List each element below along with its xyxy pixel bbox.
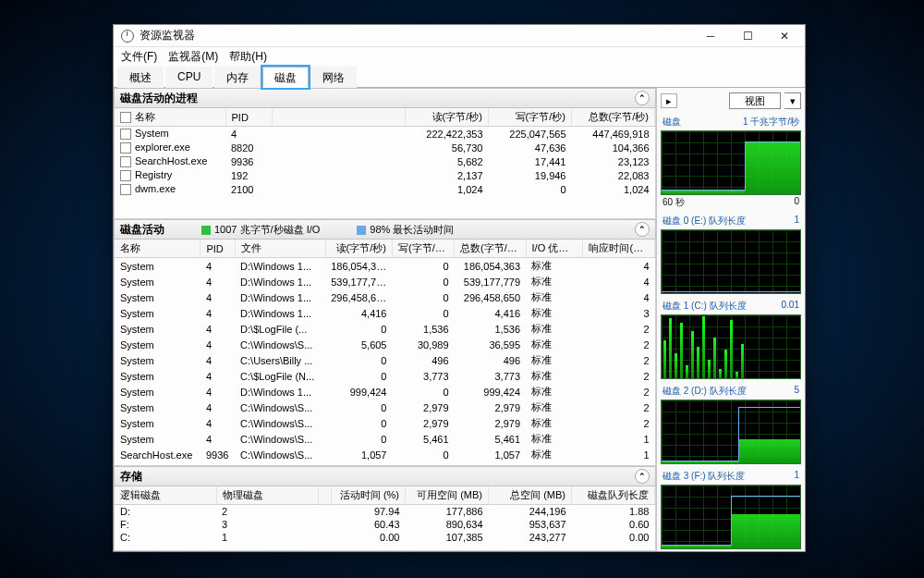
collapse-arrow-icon[interactable]: ▸ [661, 93, 677, 108]
checkbox-icon[interactable] [120, 184, 131, 195]
table-row[interactable]: System4C:\Windows\S...5,60530,98936,595标… [115, 337, 655, 352]
col-resp[interactable]: 响应时间(ms) [583, 240, 655, 258]
col-write[interactable]: 写(字节/秒) [489, 108, 572, 127]
mini-chart: 磁盘 3 (F:) 队列长度1 [661, 470, 801, 549]
mini-chart: 磁盘 0 (E:) 队列长度1 [661, 215, 801, 294]
col-physical[interactable]: 物理磁盘 [216, 486, 318, 505]
table-row[interactable]: C:10.00107,385243,2770.00 [115, 531, 655, 544]
tab-memory[interactable]: 内存 [214, 67, 261, 88]
col-free[interactable]: 可用空间 (MB) [406, 486, 489, 505]
window-title: 资源监视器 [140, 28, 195, 43]
menu-monitor[interactable]: 监视器(M) [168, 49, 218, 65]
col-active[interactable]: 活动时间 (%) [332, 486, 406, 505]
chevron-up-icon[interactable]: ⌃ [635, 469, 650, 484]
tab-network[interactable]: 网络 [310, 67, 357, 88]
menubar: 文件(F) 监视器(M) 帮助(H) [114, 47, 805, 66]
table-row[interactable]: System4D:\$LogFile (...01,5361,536标准2 [115, 321, 655, 337]
table-row[interactable]: SearchHost.exe9936C:\Windows\S...1,05701… [115, 447, 655, 462]
app-icon [121, 30, 134, 43]
tab-overview[interactable]: 概述 [117, 67, 164, 88]
table-row[interactable]: dwm.exe21001,02401,024 [115, 182, 655, 196]
col-name[interactable]: 名称 [115, 240, 201, 258]
minimize-button[interactable]: ─ [692, 25, 729, 47]
col-write[interactable]: 写(字节/秒) [392, 240, 454, 258]
section-storage-header[interactable]: 存储 ⌃ [114, 466, 656, 486]
legend-green-icon [201, 226, 211, 235]
section-processes-title: 磁盘活动的进程 [120, 91, 198, 106]
legend-blue-icon [357, 226, 366, 235]
mini-chart: 磁盘1 千兆字节/秒 60 秒0 [661, 116, 801, 209]
checkbox-icon[interactable] [120, 129, 131, 140]
col-priority[interactable]: I/O 优先级 [526, 240, 583, 258]
table-row[interactable]: System4D:\Windows 1...539,177,7790539,17… [115, 274, 655, 289]
mini-chart: 磁盘 2 (D:) 队列长度5 [661, 385, 801, 464]
col-read[interactable]: 读(字节/秒) [325, 240, 392, 258]
table-row[interactable]: System4D:\Windows 1...999,4240999,424标准2 [115, 384, 655, 400]
col-logical[interactable]: 逻辑磁盘 [115, 486, 216, 505]
table-row[interactable]: System4222,422,353225,047,565447,469,918 [115, 127, 655, 141]
col-read[interactable]: 读(字节/秒) [406, 108, 489, 127]
table-row[interactable]: System4D:\Windows 1...186,054,3630186,05… [115, 258, 655, 275]
table-row[interactable]: System4C:\$LogFile (N...03,7733,773标准2 [115, 368, 655, 384]
chevron-down-icon[interactable]: ▾ [784, 92, 801, 109]
resource-monitor-window: 资源监视器 ─ ☐ ✕ 文件(F) 监视器(M) 帮助(H) 概述 CPU 内存… [113, 24, 806, 552]
checkbox-icon[interactable] [120, 156, 131, 167]
checkbox-icon[interactable] [120, 112, 131, 123]
tabstrip: 概述 CPU 内存 磁盘 网络 [114, 66, 805, 88]
col-pid[interactable]: PID [201, 240, 235, 258]
chevron-up-icon[interactable]: ⌃ [635, 91, 650, 105]
table-row[interactable]: Registry1922,13719,94622,083 [115, 168, 655, 182]
table-row[interactable]: explorer.exe882056,73047,636104,366 [115, 141, 655, 154]
checkbox-icon[interactable] [120, 142, 131, 154]
table-row[interactable]: System4D:\Windows 1...4,41604,416标准3 [115, 305, 655, 321]
table-row[interactable]: F:360.43890,634953,6370.60 [115, 518, 655, 531]
tab-disk[interactable]: 磁盘 [262, 67, 309, 88]
maximize-button[interactable]: ☐ [729, 25, 766, 47]
col-pid[interactable]: PID [225, 108, 272, 127]
col-queue[interactable]: 磁盘队列长度 [572, 486, 655, 505]
section-processes-header[interactable]: 磁盘活动的进程 ⌃ [114, 88, 656, 108]
charts-pane: ▸ 视图 ▾ 磁盘1 千兆字节/秒 60 秒0 磁盘 0 (E:) 队列长度1 … [657, 88, 805, 551]
col-total[interactable]: 总空间 (MB) [489, 486, 572, 505]
titlebar[interactable]: 资源监视器 ─ ☐ ✕ [114, 25, 805, 47]
col-total[interactable]: 总数(字节/秒) [572, 108, 655, 127]
mini-chart: 磁盘 1 (C:) 队列长度0.01 [661, 300, 801, 379]
processes-table: 名称 PID 读(字节/秒) 写(字节/秒) 总数(字节/秒) System42… [115, 108, 655, 196]
checkbox-icon[interactable] [120, 170, 131, 181]
table-row[interactable]: System4C:\Windows\S...05,4615,461标准1 [115, 431, 655, 447]
table-row[interactable]: System4C:\Windows\S...02,9792,979标准2 [115, 415, 655, 431]
col-total[interactable]: 总数(字节/秒) [455, 240, 526, 258]
storage-table: 逻辑磁盘 物理磁盘 活动时间 (%) 可用空间 (MB) 总空间 (MB) 磁盘… [115, 486, 655, 544]
chevron-up-icon[interactable]: ⌃ [635, 222, 650, 237]
tab-cpu[interactable]: CPU [165, 67, 213, 88]
table-row[interactable]: System4C:\Users\Billy ...0496496标准2 [115, 352, 655, 368]
menu-file[interactable]: 文件(F) [121, 49, 157, 65]
table-row[interactable]: System4C:\Windows\S...02,9792,979标准2 [115, 400, 655, 415]
close-button[interactable]: ✕ [766, 25, 803, 47]
section-activity-header[interactable]: 磁盘活动 1007 兆字节/秒磁盘 I/O 98% 最长活动时间 ⌃ [114, 219, 656, 240]
menu-help[interactable]: 帮助(H) [229, 49, 267, 65]
section-storage-title: 存储 [120, 469, 142, 485]
table-row[interactable]: SearchHost.exe99365,68217,44123,123 [115, 154, 655, 168]
col-file[interactable]: 文件 [235, 240, 325, 258]
view-dropdown[interactable]: 视图 [729, 92, 781, 109]
col-name[interactable]: 名称 [115, 108, 225, 127]
table-row[interactable]: System4D:\Windows 1...296,458,6500296,45… [115, 289, 655, 305]
table-row[interactable]: D:297.94177,886244,1961.88 [115, 505, 655, 519]
activity-table: 名称 PID 文件 读(字节/秒) 写(字节/秒) 总数(字节/秒) I/O 优… [115, 240, 655, 466]
section-activity-title: 磁盘活动 [120, 222, 164, 238]
